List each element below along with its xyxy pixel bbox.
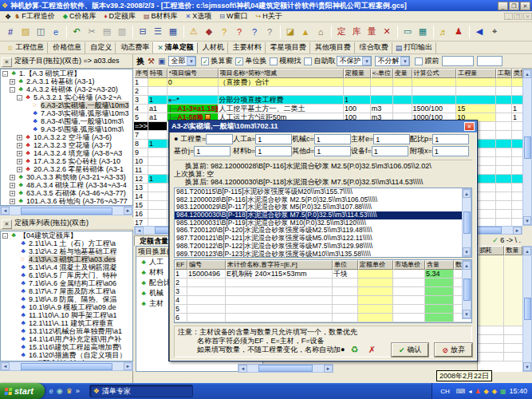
mdi-restore-button[interactable]: ❐ [514,13,522,20]
tray-icon[interactable]: ◂ [468,388,471,395]
material-row[interactable]: 2 [175,279,471,287]
checkbox[interactable] [304,57,312,65]
toolbar-button[interactable]: 量 [365,25,379,39]
tree-item[interactable]: + ♣ 2.A.3.1 砖基础 (A3-1) [1,77,132,85]
tree-item[interactable]: ♣ 15.1\16\建筑工程超高增加费\ [1,343,132,351]
tree2-horizontal-scrollbar[interactable]: ◄ ► [0,361,133,371]
scrollbar-thumb[interactable] [258,365,313,372]
refresh-icon[interactable]: ♻ [351,345,359,355]
scrollbar-thumb[interactable] [463,211,471,234]
toolbar-button[interactable]: ? [247,25,262,39]
scroll-down-icon[interactable]: ▼ [463,247,471,256]
field-input[interactable]: 1 [314,134,351,144]
expand-toggle-icon[interactable]: - [17,95,22,101]
toolbar-button[interactable] [66,26,67,38]
scroll-up-icon[interactable]: ▲ [463,261,471,270]
view-tab[interactable]: 主要材料 [228,42,266,53]
tray-icon[interactable]: ◆ [484,388,489,395]
tree-item[interactable]: ☞ 4.1\3\A.3 砌筑工程\a03.des [1,255,132,263]
table-vertical-scrollbar[interactable]: ▲ ▼ [462,260,471,319]
toolbar-button[interactable]: ? [217,25,231,39]
tree-item[interactable]: + ♣ 101.A.3.6 砖地沟 (A3-76~A3-77 [1,197,132,205]
list-item[interactable]: 984.12000030\B[P-118]水泥混合砂浆 M7.5(P.0)32.… [175,211,471,219]
toolbar-button[interactable]: ▲ [298,25,313,39]
checkbox[interactable]: ✓ [235,57,243,65]
field-input[interactable]: 1 [194,146,231,156]
start-button[interactable]: start [0,383,45,399]
toolbar-button[interactable]: ☰ [151,25,165,39]
scroll-left-icon[interactable]: ◄ [1,207,10,215]
confirm-button[interactable]: ✔ 确认 [392,343,429,357]
toolbar-button[interactable]: ? [232,25,246,39]
panel-close-icon[interactable]: ✕ [2,219,12,229]
mdi-close-button[interactable]: ✕ [523,13,532,20]
scrollbar-thumb[interactable] [463,279,471,301]
column-header[interactable]: 项目名称^简称^增减 [219,69,344,78]
list-item[interactable]: 983.12000029\B[P-117]水泥混合砂浆 M5(P.0)32.5\… [175,203,471,211]
expand-toggle-icon[interactable]: + [17,167,22,172]
tree-item[interactable]: ♣ 8.A3-4\围墙,一般墙\10m3\ [1,117,132,125]
toolbar-button[interactable]: ✕ [380,25,394,39]
toolbar-button[interactable]: ◆ [202,25,216,39]
mini-table-row[interactable] [478,317,522,326]
tree-item[interactable]: + ♣ 63.A.3.5 石砌体 (A3-46~A3-77) [1,189,132,197]
toolbar-button[interactable] [132,26,133,38]
list-item[interactable]: 989.T200123\B[P-123]水泥混合砂浆强度等级M10\\m3\13… [175,251,471,259]
column-header[interactable]: 未计价名称,首字符=[E,F] [226,260,333,270]
column-header[interactable]: 工程量 [456,69,496,78]
tree-item[interactable]: ♣ 7.A3-3\实砌墙,弧形墙\10m3 [1,109,132,117]
column-header[interactable]: 数量 [504,246,522,255]
tree-item[interactable]: + ♣ 12.A.3.2.3 空花墙 (A3-7) [1,141,132,149]
scroll-down-icon[interactable]: ▼ [463,310,471,318]
toolbar-button[interactable]: 库 [349,25,364,39]
scroll-up-icon[interactable]: ▲ [463,189,471,198]
quick-launch-icon[interactable]: ♛ [66,387,73,395]
scrollbar-thumb[interactable] [21,207,112,215]
toolbar-button[interactable]: ⌖ [487,25,502,39]
column-header[interactable]: 编号 [187,260,226,270]
field-input[interactable]: 1 [255,134,292,144]
scrollbar-thumb[interactable] [524,298,531,320]
table-vertical-scrollbar[interactable]: ▲ ▼ [522,69,532,226]
scroll-right-icon[interactable]: ► [513,227,522,235]
field-input[interactable]: 1 [432,134,469,144]
scroll-down-icon[interactable]: ▼ [523,362,531,371]
table-row[interactable]: 1 0 （直接费）合计 [134,78,522,87]
expand-toggle-icon[interactable]: + [10,199,15,204]
mini-table-row[interactable] [478,308,522,317]
dialog-title-bar[interactable]: A3-2\实砌墙,一般墙\10m3\702.11 ✕ [169,120,477,132]
view-tab[interactable]: 其他项目费 [310,42,355,53]
view-tab[interactable]: 动态费率 [116,42,153,53]
toolbar-button[interactable]: ◪ [283,25,298,39]
toolbar-button[interactable]: ▥ [115,25,129,39]
tree-item[interactable]: ♣ 11.1\10\A.10 脚手架工程\a1 [1,311,132,319]
mini-table-row[interactable] [478,290,522,299]
material-row[interactable]: 6 [175,314,471,322]
field-input[interactable]: 1 [255,146,292,156]
view-tab[interactable]: ☺ 工程信息 [3,42,48,53]
scrollbar-thumb[interactable] [524,136,531,159]
expand-toggle-icon[interactable]: + [17,135,22,140]
toolbar-button[interactable]: e [49,25,63,39]
expand-toggle-icon[interactable]: + [10,191,15,196]
tree-item[interactable]: ♣ 2.1\1\A.1 土（石）方工程\a [1,239,132,247]
tree-item[interactable]: + ♣ 17.A.3.2.5 实心砖柱 (A3-10 [1,157,132,165]
mini-table-row[interactable] [478,299,522,308]
material-row[interactable]: 1 15000496 E机制砖 240×115×53mm 千块 5.34 [175,270,471,279]
toolbar-button[interactable]: # [3,25,18,39]
tray-icon[interactable]: ♟ [475,388,480,395]
tree-item[interactable]: - ♣ 【04建筑定额库】 [1,231,132,239]
toolbar-button[interactable]: ↶ [69,25,84,39]
menu-item[interactable]: ▤ B材料库 [144,11,178,22]
view-tab[interactable]: 人材机 [198,42,228,53]
scroll-right-icon[interactable]: ► [324,365,333,373]
expand-toggle-icon[interactable]: + [17,151,22,156]
toolbar-button[interactable]: ▤ [100,25,114,39]
toolbar-button[interactable] [280,26,281,38]
table-row[interactable]: 3 1 ●─* 分部分项直接工程费 1 [134,96,522,105]
column-header[interactable]: 定额量 [344,69,371,78]
scroll-left-icon[interactable]: ◄ [1,362,10,370]
expand-toggle-icon[interactable]: - [2,233,8,239]
delete-icon[interactable]: ✗ [368,345,376,355]
mini-table-row[interactable] [478,264,522,273]
